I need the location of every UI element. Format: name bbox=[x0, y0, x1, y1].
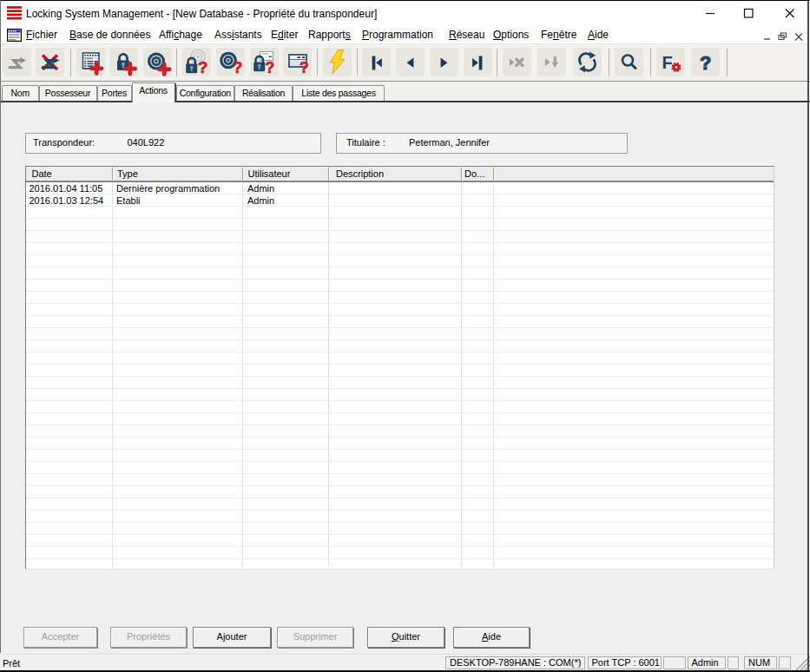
svg-text:F: F bbox=[662, 53, 673, 72]
svg-text:?: ? bbox=[198, 58, 207, 76]
svg-text:?: ? bbox=[266, 59, 275, 76]
svg-text:?: ? bbox=[233, 58, 242, 76]
svg-text:?: ? bbox=[700, 52, 711, 74]
svg-text:?: ? bbox=[300, 59, 309, 76]
